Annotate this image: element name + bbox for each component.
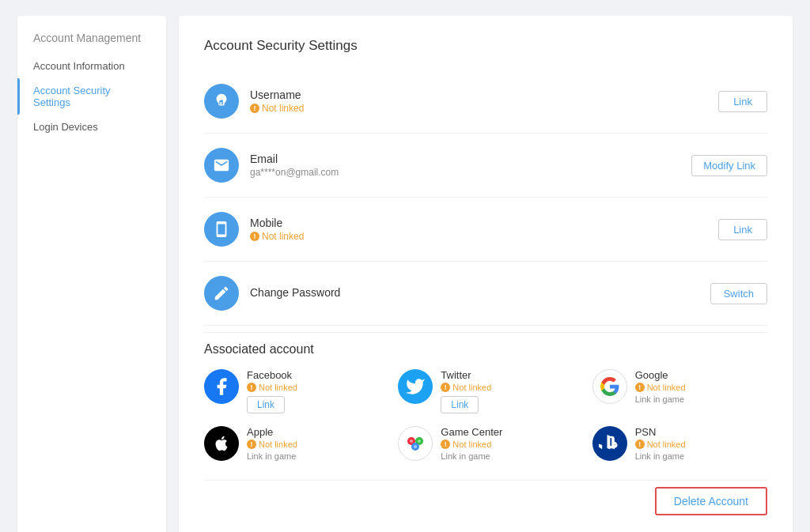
- psn-item: PSN ! Not linked Link in game: [592, 426, 767, 461]
- facebook-info: Facebook ! Not linked Link: [247, 369, 379, 413]
- facebook-status: ! Not linked: [247, 383, 379, 392]
- apple-item: Apple ! Not linked Link in game: [204, 426, 379, 461]
- google-info: Google ! Not linked Link in game: [635, 369, 767, 404]
- twitter-link-button[interactable]: Link: [441, 396, 479, 413]
- psn-info: PSN ! Not linked Link in game: [635, 426, 767, 461]
- apple-status: ! Not linked: [247, 440, 379, 449]
- mobile-label: Mobile: [250, 217, 718, 229]
- password-icon-circle: [204, 276, 239, 311]
- svg-point-5: [418, 440, 421, 443]
- username-label: Username: [250, 89, 718, 101]
- apple-icon: [204, 426, 239, 461]
- mobile-action: Link: [718, 219, 767, 240]
- sidebar-item-account-info[interactable]: Account Information: [17, 54, 166, 78]
- twitter-item: Twitter ! Not linked Link: [398, 369, 573, 413]
- sidebar-title: Account Management: [17, 32, 166, 54]
- username-row: Username ! Not linked Link: [204, 70, 767, 134]
- page-container: Account Management Account Information A…: [17, 16, 793, 532]
- google-status: ! Not linked: [635, 383, 767, 392]
- google-item: Google ! Not linked Link in game: [592, 369, 767, 413]
- google-link-in-game: Link in game: [635, 394, 767, 404]
- game-center-info: Game Center ! Not linked Link in game: [441, 426, 573, 461]
- social-grid: Facebook ! Not linked Link: [204, 369, 767, 461]
- psn-name: PSN: [635, 426, 767, 438]
- email-row: Email ga****on@gmail.com Modify Link: [204, 134, 767, 198]
- twitter-name: Twitter: [441, 369, 573, 381]
- sidebar-item-account-security[interactable]: Account Security Settings: [17, 78, 166, 115]
- mobile-icon-circle: [204, 212, 239, 247]
- email-modify-button[interactable]: Modify Link: [691, 155, 767, 176]
- game-center-item: Game Center ! Not linked Link in game: [398, 426, 573, 461]
- mobile-link-button[interactable]: Link: [718, 219, 767, 240]
- delete-account-button[interactable]: Delete Account: [655, 487, 767, 515]
- apple-name: Apple: [247, 426, 379, 438]
- username-icon-circle: [204, 84, 239, 119]
- mobile-info: Mobile ! Not linked: [250, 217, 718, 242]
- psn-icon: [592, 426, 627, 461]
- page-title: Account Security Settings: [204, 38, 767, 54]
- mobile-icon: [213, 221, 230, 238]
- associated-title: Associated account: [204, 332, 767, 357]
- email-icon: [213, 157, 230, 174]
- username-icon: [213, 92, 230, 110]
- email-status: ga****on@gmail.com: [250, 167, 691, 178]
- associated-section: Associated account Facebook ! Not linked: [204, 332, 767, 515]
- email-label: Email: [250, 153, 691, 165]
- password-label: Change Password: [250, 286, 710, 299]
- mobile-status-icon: !: [250, 232, 259, 241]
- password-action: Switch: [710, 283, 767, 304]
- facebook-link-button[interactable]: Link: [247, 396, 285, 413]
- password-info: Change Password: [250, 286, 710, 300]
- facebook-name: Facebook: [247, 369, 379, 381]
- username-info: Username ! Not linked: [250, 89, 718, 114]
- google-name: Google: [635, 369, 767, 381]
- email-info: Email ga****on@gmail.com: [250, 153, 691, 178]
- username-link-button[interactable]: Link: [718, 91, 767, 112]
- psn-status: ! Not linked: [635, 440, 767, 449]
- username-action: Link: [718, 91, 767, 112]
- username-status: ! Not linked: [250, 103, 718, 114]
- main-content: Account Security Settings Username ! Not…: [179, 16, 793, 532]
- password-icon: [213, 285, 230, 302]
- google-icon: [592, 369, 627, 404]
- psn-link-in-game: Link in game: [635, 451, 767, 461]
- apple-info: Apple ! Not linked Link in game: [247, 426, 379, 461]
- password-switch-button[interactable]: Switch: [710, 283, 767, 304]
- twitter-icon: [398, 369, 433, 404]
- sidebar-item-login-devices[interactable]: Login Devices: [17, 115, 166, 139]
- svg-point-6: [414, 445, 417, 448]
- apple-link-in-game: Link in game: [247, 451, 379, 461]
- twitter-status: ! Not linked: [441, 383, 573, 392]
- mobile-row: Mobile ! Not linked Link: [204, 198, 767, 262]
- mobile-status: ! Not linked: [250, 231, 718, 242]
- username-status-icon: !: [250, 104, 259, 113]
- game-center-icon: [398, 426, 433, 461]
- facebook-icon: [204, 369, 239, 404]
- delete-section: Delete Account: [204, 480, 767, 515]
- email-icon-circle: [204, 148, 239, 183]
- email-action: Modify Link: [691, 155, 767, 176]
- game-center-name: Game Center: [441, 426, 573, 438]
- facebook-item: Facebook ! Not linked Link: [204, 369, 379, 413]
- twitter-info: Twitter ! Not linked Link: [441, 369, 573, 413]
- svg-point-4: [410, 440, 413, 443]
- game-center-link-in-game: Link in game: [441, 451, 573, 461]
- password-row: Change Password Switch: [204, 262, 767, 326]
- game-center-status: ! Not linked: [441, 440, 573, 449]
- sidebar: Account Management Account Information A…: [17, 16, 166, 532]
